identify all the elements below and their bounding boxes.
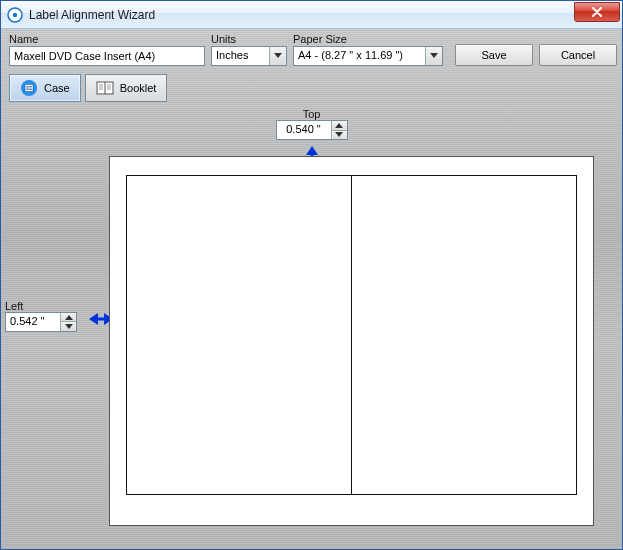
wizard-window: Label Alignment Wizard Name Units Inches…	[0, 0, 623, 550]
top-measure: Top 0.540 "	[276, 108, 348, 140]
save-button[interactable]: Save	[455, 44, 533, 66]
window-title: Label Alignment Wizard	[29, 8, 155, 22]
svg-point-1	[13, 12, 17, 16]
app-icon	[7, 7, 23, 23]
paper-size-label: Paper Size	[293, 33, 443, 45]
top-spinner-down[interactable]	[332, 131, 347, 140]
top-spinner-value: 0.540 "	[277, 121, 331, 139]
tab-booklet-label: Booklet	[120, 82, 157, 94]
body: Name Units Inches Paper Size A4 - (8.27 …	[1, 29, 622, 549]
tab-case[interactable]: Case	[9, 74, 81, 102]
left-spinner[interactable]: 0.542 "	[5, 312, 77, 332]
units-label: Units	[211, 33, 287, 45]
case-icon	[20, 79, 38, 97]
name-input[interactable]	[9, 46, 205, 66]
label-rect-left	[126, 175, 351, 495]
top-label: Top	[276, 108, 348, 120]
top-spinner[interactable]: 0.540 "	[276, 120, 348, 140]
form-row: Name Units Inches Paper Size A4 - (8.27 …	[9, 33, 614, 66]
left-spinner-up[interactable]	[61, 313, 76, 323]
chevron-down-icon	[269, 47, 286, 65]
svg-rect-16	[97, 318, 105, 321]
left-measure: Left 0.542 "	[5, 300, 77, 332]
label-outlines	[126, 175, 577, 495]
close-button[interactable]	[574, 2, 620, 22]
name-label: Name	[9, 33, 205, 45]
units-value: Inches	[212, 47, 269, 65]
left-spinner-value: 0.542 "	[6, 313, 60, 331]
cancel-button[interactable]: Cancel	[539, 44, 617, 66]
left-label: Left	[5, 300, 77, 312]
booklet-icon	[96, 79, 114, 97]
tab-booklet[interactable]: Booklet	[85, 74, 168, 102]
paper-preview	[109, 156, 594, 526]
title-bar: Label Alignment Wizard	[1, 1, 622, 29]
tab-case-label: Case	[44, 82, 70, 94]
units-select[interactable]: Inches	[211, 46, 287, 66]
paper-size-select[interactable]: A4 - (8.27 " x 11.69 ")	[293, 46, 443, 66]
tabs: Case Booklet	[9, 74, 614, 102]
paper-size-value: A4 - (8.27 " x 11.69 ")	[294, 47, 425, 65]
left-spinner-down[interactable]	[61, 322, 76, 331]
label-rect-right	[351, 175, 577, 495]
top-spinner-up[interactable]	[332, 121, 347, 131]
preview-region: Top 0.540 " Left 0.542 "	[9, 108, 614, 541]
chevron-down-icon	[425, 47, 442, 65]
